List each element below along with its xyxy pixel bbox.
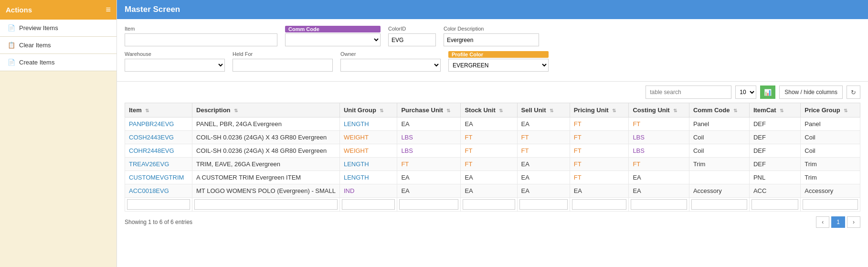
table-row: ACC0018EVGMT LOGO WOMEN'S POLO (Evergree… <box>125 184 860 198</box>
table-cell: CUSTOMEVGTRIM <box>125 171 192 184</box>
col-filter-item-cat[interactable] <box>752 199 798 210</box>
color-desc-filter-group: Color Description <box>444 26 539 46</box>
table-cell: EA <box>397 184 461 198</box>
col-filter-stock-unit[interactable] <box>463 199 515 210</box>
table-cell: EA <box>461 184 517 198</box>
color-id-filter-group: ColorID <box>388 26 436 46</box>
table-cell: Panel <box>801 117 860 131</box>
color-desc-label: Color Description <box>444 26 539 32</box>
excel-export-button[interactable]: 📊 <box>760 85 775 99</box>
page-size-select[interactable]: 10 25 50 <box>735 85 756 99</box>
col-filter-comm-code[interactable] <box>691 199 747 210</box>
table-cell: EA <box>570 184 629 198</box>
col-filter-unit-group[interactable] <box>342 199 395 210</box>
excel-icon: 📊 <box>764 89 772 96</box>
col-header-pricing-unit[interactable]: Pricing Unit ⇅ <box>570 103 629 117</box>
warehouse-label: Warehouse <box>125 51 225 57</box>
table-cell: DEF <box>749 117 800 131</box>
col-filter-pricing-unit[interactable] <box>572 199 627 210</box>
col-header-stock-unit[interactable]: Stock Unit ⇅ <box>461 103 517 117</box>
column-filter-row <box>125 198 860 212</box>
clear-items-label: Clear Items <box>19 42 51 49</box>
warehouse-select[interactable] <box>125 59 225 72</box>
col-header-comm-code[interactable]: Comm Code ⇅ <box>689 103 749 117</box>
next-page-button[interactable]: › <box>847 216 860 228</box>
col-filter-purchase-unit[interactable] <box>399 199 458 210</box>
col-header-sell-unit[interactable]: Sell Unit ⇅ <box>517 103 570 117</box>
table-row: COHR2448EVGCOIL-SH 0.0236 (24GA) X 48 GR… <box>125 144 860 158</box>
col-header-unit-group[interactable]: Unit Group ⇅ <box>339 103 397 117</box>
main-content: Master Screen Item Comm Code Color <box>117 0 868 267</box>
item-input[interactable] <box>125 33 277 46</box>
profile-color-filter-group: Profile Color EVERGREEN <box>448 51 549 72</box>
held-for-input[interactable] <box>233 59 333 72</box>
table-cell: Trim <box>801 158 860 171</box>
table-cell: LBS <box>397 144 461 158</box>
col-filter-price-group[interactable] <box>803 199 858 210</box>
table-cell: Coil <box>801 131 860 144</box>
table-cell: FT <box>570 144 629 158</box>
owner-filter-group: Owner <box>340 51 441 72</box>
pagination-area: Showing 1 to 6 of 6 entries ‹ 1 › <box>117 212 868 233</box>
profile-color-select[interactable]: EVERGREEN <box>448 59 549 72</box>
table-cell: ACC0018EVG <box>125 184 192 198</box>
col-header-description[interactable]: Description ⇅ <box>192 103 340 117</box>
owner-select[interactable] <box>340 59 441 72</box>
table-cell: FT <box>570 158 629 171</box>
table-cell: EA <box>517 171 570 184</box>
table-cell: TRIM, EAVE, 26GA Evergreen <box>192 158 340 171</box>
col-filter-item[interactable] <box>127 199 190 210</box>
col-header-costing-unit[interactable]: Costing Unit ⇅ <box>629 103 689 117</box>
table-cell: FT <box>629 158 689 171</box>
table-cell: Panel <box>689 117 749 131</box>
table-cell: Trim <box>801 171 860 184</box>
sort-icon-su: ⇅ <box>499 108 503 113</box>
table-cell: COSH2443EVG <box>125 131 192 144</box>
sidebar-item-clear-items[interactable]: 📋 Clear Items <box>0 37 116 54</box>
profile-color-label: Profile Color <box>448 51 549 58</box>
table-cell: EA <box>629 171 689 184</box>
table-cell: COIL-SH 0.0236 (24GA) X 48 GR80 Evergree… <box>192 144 340 158</box>
refresh-button[interactable]: ↻ <box>847 85 860 99</box>
sidebar-title: Actions <box>6 6 32 14</box>
prev-page-button[interactable]: ‹ <box>816 216 829 228</box>
table-cell: LBS <box>629 131 689 144</box>
sidebar-item-create-items[interactable]: 📄 Create Items <box>0 54 116 71</box>
color-id-input[interactable] <box>388 33 436 46</box>
show-hide-columns-button[interactable]: Show / hide columns <box>779 85 843 99</box>
col-filter-costing-unit[interactable] <box>631 199 687 210</box>
col-header-purchase-unit[interactable]: Purchase Unit ⇅ <box>397 103 461 117</box>
table-cell: EA <box>461 171 517 184</box>
col-header-price-group[interactable]: Price Group ⇅ <box>801 103 860 117</box>
table-cell: FT <box>629 117 689 131</box>
table-cell: IND <box>339 184 397 198</box>
col-filter-sell-unit[interactable] <box>519 199 568 210</box>
table-cell: TREAV26EVG <box>125 158 192 171</box>
col-header-item[interactable]: Item ⇅ <box>125 103 192 117</box>
color-id-label: ColorID <box>388 26 436 32</box>
table-search-input[interactable] <box>646 85 731 99</box>
table-cell <box>689 171 749 184</box>
col-header-item-cat[interactable]: ItemCat ⇅ <box>749 103 800 117</box>
table-cell: WEIGHT <box>339 131 397 144</box>
table-cell: ACC <box>749 184 800 198</box>
color-desc-input[interactable] <box>444 33 539 46</box>
comm-code-select[interactable] <box>285 33 381 46</box>
table-toolbar: 10 25 50 📊 Show / hide columns ↻ <box>117 82 868 103</box>
pagination-info: Showing 1 to 6 of 6 entries <box>125 219 192 225</box>
table-cell: DEF <box>749 144 800 158</box>
sidebar-item-preview-items[interactable]: 📄 Preview Items <box>0 20 116 37</box>
table-cell: LENGTH <box>339 117 397 131</box>
page-1-button[interactable]: 1 <box>831 216 845 228</box>
item-label: Item <box>125 26 277 32</box>
table-row: TREAV26EVGTRIM, EAVE, 26GA EvergreenLENG… <box>125 158 860 171</box>
hamburger-icon[interactable]: ≡ <box>106 5 111 15</box>
sort-icon-pg: ⇅ <box>844 108 847 113</box>
sidebar: Actions ≡ 📄 Preview Items 📋 Clear Items … <box>0 0 117 267</box>
filter-area: Item Comm Code ColorID Color Des <box>117 19 868 82</box>
table-cell: COHR2448EVG <box>125 144 192 158</box>
sort-icon-ic: ⇅ <box>780 108 783 113</box>
sort-icon-cc: ⇅ <box>733 108 737 113</box>
col-filter-description[interactable] <box>194 199 338 210</box>
table-cell: LBS <box>397 131 461 144</box>
